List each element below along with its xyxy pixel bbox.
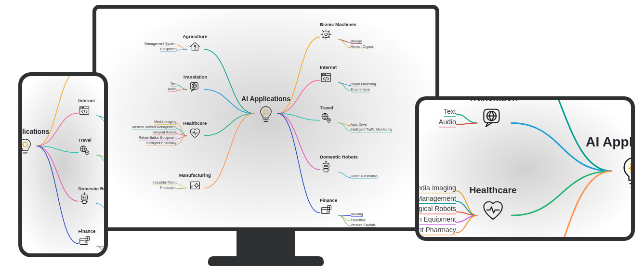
branch-title: Internet: [320, 65, 372, 70]
center-node: AI Applications: [573, 134, 635, 194]
svg-point-9: [322, 74, 323, 75]
leaf-label: E-commerce: [351, 88, 370, 92]
svg-point-31: [81, 107, 81, 107]
branch-finance: Finance: [79, 228, 108, 248]
svg-rect-36: [81, 195, 88, 200]
leaf-label: Home Automation: [351, 174, 378, 179]
lightbulb-gear-icon: [18, 137, 55, 158]
svg-rect-43: [86, 237, 89, 240]
leaf-label: Intelligent Pharmacy: [415, 226, 456, 235]
heart-pulse-icon: [169, 127, 221, 140]
branch-title: Agriculture: [169, 34, 221, 39]
leaf-label: Rehabilitation Equipment: [415, 215, 456, 224]
center-node: AI Applications: [235, 95, 297, 125]
branch-title: Finance: [79, 228, 108, 234]
svg-rect-6: [323, 31, 329, 38]
leaf-label: Venture Capitals: [351, 223, 376, 227]
leaf-label: Rehabilitation Equipment: [139, 136, 176, 141]
svg-point-15: [324, 165, 326, 167]
branch-translation: Translation: [441, 96, 546, 132]
svg-point-10: [324, 74, 324, 75]
desktop-monitor-frame: AI Applications Agriculture Management S…: [92, 5, 439, 231]
leaf-label: Management System: [145, 41, 177, 46]
leaf-label: Human Organs: [351, 44, 374, 49]
browser-code-icon: [79, 105, 108, 118]
branch-title: Travel: [320, 105, 372, 110]
branch-finance: Finance: [320, 198, 372, 218]
blueprint-gear-icon: [169, 179, 221, 193]
globe-route-icon: [79, 144, 108, 157]
mindmap-viewport-phone: AI Applications Agriculture Management S…: [18, 72, 108, 257]
svg-point-39: [84, 193, 85, 194]
leaf-label: Surgical Robots: [153, 131, 177, 135]
robot-icon: [320, 161, 372, 174]
leaf-label: Medical Record Management: [132, 125, 176, 130]
branch-title: Finance: [320, 198, 372, 203]
svg-point-37: [83, 197, 84, 198]
center-node: AI Applications: [18, 128, 55, 158]
branch-title: Healthcare: [441, 185, 546, 195]
center-title: AI Applications: [18, 128, 55, 135]
monitor-base: [208, 256, 324, 266]
svg-point-13: [329, 119, 329, 120]
svg-point-12: [322, 113, 328, 119]
svg-rect-19: [321, 208, 329, 214]
svg-point-35: [87, 152, 88, 153]
branch-title: Manufacturing: [169, 172, 221, 178]
lightbulb-gear-icon: [235, 105, 297, 125]
branch-bionic machines: Bionic Machines: [320, 22, 372, 42]
svg-rect-8: [321, 73, 330, 81]
monitor-stand: [237, 231, 295, 256]
svg-rect-21: [328, 205, 331, 210]
branch-title: Healthcare: [169, 120, 221, 126]
tablet-frame: AI Applications Agriculture Management S…: [415, 96, 635, 241]
svg-point-7: [325, 33, 327, 35]
leaf-label: Audio: [168, 87, 176, 92]
svg-point-20: [327, 211, 328, 212]
branch-title: Domestic Robots: [79, 186, 108, 191]
leaf-label: Media Imaging: [154, 120, 176, 125]
branch-title: Travel: [79, 137, 108, 143]
svg-point-1: [194, 45, 196, 47]
svg-point-3: [192, 84, 197, 89]
center-title: AI Applications: [235, 95, 297, 103]
branch-healthcare: Healthcare: [441, 185, 546, 224]
smartphone-frame: AI Applications Agriculture Management S…: [18, 72, 108, 257]
leaf-label: Biology: [351, 39, 362, 44]
leaf-label: Auto-Drive: [351, 122, 367, 127]
branch-agriculture: Agriculture: [169, 34, 221, 54]
leaf-label: Surgical Robots: [415, 205, 456, 214]
svg-rect-41: [80, 238, 88, 245]
branch-title: Translation: [169, 74, 221, 79]
branch-travel: Travel: [79, 137, 108, 157]
leaf-label: Industrial Robot: [153, 180, 176, 185]
branch-domestic robots: Domestic Robots: [79, 186, 108, 206]
mindmap-viewport-monitor: AI Applications Agriculture Management S…: [96, 9, 435, 231]
svg-rect-4: [190, 182, 199, 189]
branch-title: Translation: [441, 96, 546, 103]
svg-point-47: [487, 111, 496, 120]
globe-chat-icon: [169, 80, 221, 94]
house-plant-icon: [169, 40, 221, 54]
svg-point-38: [85, 197, 86, 198]
svg-point-44: [631, 164, 635, 172]
lightbulb-gear-icon: [573, 154, 635, 194]
branch-manufacturing: Manufacturing: [169, 172, 221, 193]
leaf-label: Intelligent Pharmacy: [146, 141, 177, 146]
svg-rect-2: [190, 82, 198, 89]
svg-rect-30: [80, 106, 89, 115]
svg-point-16: [327, 165, 328, 167]
mindmap-viewport-tablet: AI Applications Agriculture Management S…: [415, 96, 635, 241]
leaf-label: Digital Marketing: [351, 82, 376, 87]
branch-title: Internet: [79, 98, 108, 103]
leaf-label: Text: [170, 81, 176, 86]
svg-rect-40: [82, 200, 86, 203]
globe-chat-icon: [441, 105, 546, 132]
svg-rect-18: [324, 169, 329, 172]
svg-point-42: [85, 242, 87, 243]
leaf-label: Insurance: [351, 217, 366, 222]
leaf-label: Text: [444, 107, 456, 117]
svg-rect-46: [484, 109, 499, 123]
leaf-label: Media Imaging: [415, 184, 456, 193]
branch-translation: Translation: [169, 74, 221, 94]
